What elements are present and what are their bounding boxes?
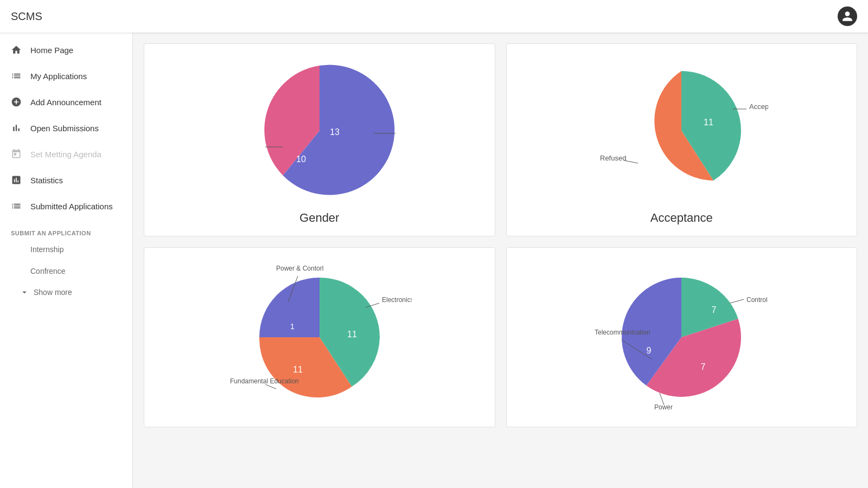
sidebar-item-submitted-label: Submitted Applications [30, 202, 113, 211]
specialization-pie-chart: 7 7 9 Control Telecommunication Power [589, 259, 774, 416]
gender-chart-card: 13 10 Male Female Gender [144, 43, 495, 236]
svg-line-11 [624, 160, 638, 163]
specialization-chart-card: 7 7 9 Control Telecommunication Power [506, 247, 858, 427]
topbar: SCMS [0, 0, 868, 33]
acceptance-pie-chart: 11 12 Accepted Refused [595, 55, 768, 207]
sidebar-item-statistics-label: Statistics [30, 176, 63, 185]
svg-text:11: 11 [347, 330, 357, 339]
sidebar-item-home[interactable]: Home Page [0, 37, 132, 63]
sidebar-item-set-meeting-label: Set Metting Agenda [30, 150, 101, 159]
svg-text:Power: Power [654, 403, 673, 411]
layout: Home Page My Applications Add Announceme… [0, 33, 868, 488]
submitted-list-icon [11, 201, 22, 211]
svg-text:13: 13 [330, 127, 340, 137]
sidebar-item-add-announcement-label: Add Announcement [30, 98, 101, 107]
home-icon [11, 44, 22, 55]
sidebar-item-set-meeting-agenda: Set Metting Agenda [0, 141, 132, 167]
svg-text:Accepted: Accepted [749, 102, 768, 111]
svg-text:11: 11 [704, 118, 713, 127]
specialization-chart-area: 7 7 9 Control Telecommunication Power [518, 259, 846, 416]
acceptance-chart-card: 11 12 Accepted Refused Acceptance [506, 43, 858, 236]
svg-text:11: 11 [293, 365, 303, 374]
app-title: SCMS [11, 10, 42, 23]
department-chart-card: 11 11 1 Electronics Fundamental Educatio… [144, 247, 495, 427]
svg-text:Power & Contorl: Power & Contorl [276, 265, 323, 272]
department-chart-area: 11 11 1 Electronics Fundamental Educatio… [155, 259, 484, 416]
sidebar-item-home-label: Home Page [30, 46, 73, 55]
sidebar-item-open-submissions[interactable]: Open Submissions [0, 115, 132, 141]
svg-text:Electronics: Electronics [382, 296, 412, 304]
chevron-down-icon [20, 287, 29, 297]
svg-text:7: 7 [701, 362, 706, 371]
svg-text:Refused: Refused [600, 154, 626, 162]
sidebar: Home Page My Applications Add Announceme… [0, 33, 133, 488]
svg-text:7: 7 [712, 305, 717, 314]
svg-text:9: 9 [647, 346, 652, 355]
sidebar-item-statistics[interactable]: Statistics [0, 167, 132, 193]
svg-line-18 [265, 384, 276, 389]
sidebar-item-add-announcement[interactable]: Add Announcement [0, 89, 132, 115]
sidebar-item-my-applications[interactable]: My Applications [0, 63, 132, 89]
svg-text:10: 10 [296, 155, 306, 164]
sidebar-item-my-applications-label: My Applications [30, 72, 87, 81]
gender-chart-title: Gender [299, 211, 339, 225]
sidebar-section-label: SUBMIT AN APPLICATION [0, 223, 132, 239]
svg-line-25 [730, 299, 744, 303]
acceptance-chart-area: 11 12 Accepted Refused [518, 55, 846, 207]
main-content: 13 10 Male Female Gender [133, 33, 868, 488]
sidebar-nav: Home Page My Applications Add Announceme… [0, 33, 132, 223]
svg-text:Fundamental Education: Fundamental Education [230, 377, 299, 385]
gender-chart-area: 13 10 Male Female [155, 55, 484, 207]
svg-text:Control: Control [746, 296, 768, 304]
bar-chart-icon [11, 123, 22, 133]
list-icon [11, 70, 22, 81]
sidebar-item-submitted-applications[interactable]: Submitted Applications [0, 193, 132, 219]
show-more-label: Show more [34, 288, 72, 297]
user-avatar[interactable] [838, 7, 857, 26]
department-pie-chart: 11 11 1 Electronics Fundamental Educatio… [227, 259, 412, 416]
add-circle-icon [11, 97, 22, 107]
acceptance-chart-title: Acceptance [650, 211, 713, 225]
svg-text:12: 12 [649, 150, 659, 159]
svg-text:1: 1 [290, 322, 295, 331]
sidebar-item-open-submissions-label: Open Submissions [30, 124, 99, 133]
stats-icon [11, 175, 22, 185]
sidebar-sub-item-conference[interactable]: Confrence [0, 260, 132, 282]
sidebar-sub-item-internship[interactable]: Internship [0, 239, 132, 260]
svg-text:Telecommunication: Telecommunication [595, 329, 650, 336]
gender-pie-chart: 13 10 Male Female [244, 55, 395, 207]
calendar-icon [11, 149, 22, 159]
sidebar-show-more[interactable]: Show more [0, 282, 132, 303]
